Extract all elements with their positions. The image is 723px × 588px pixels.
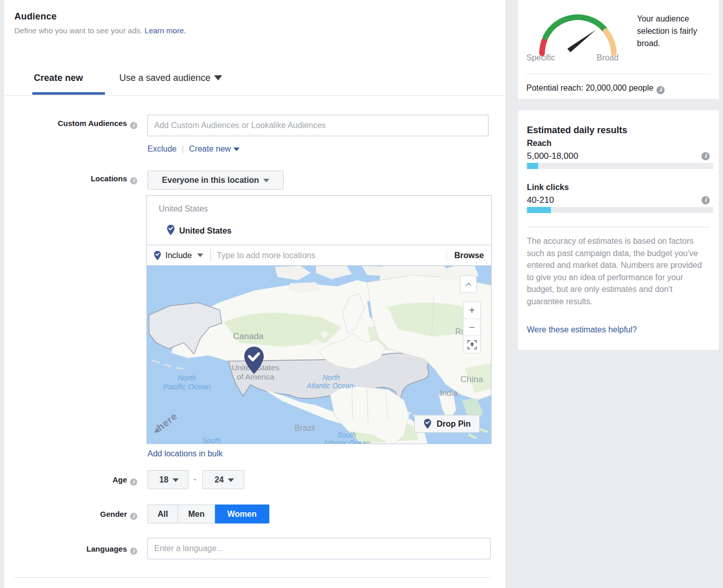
gender-segmented-control: All Men Women (147, 505, 269, 523)
chevron-down-icon (228, 478, 234, 482)
audience-meter: Specific Broad (526, 8, 619, 59)
info-icon[interactable]: i (130, 122, 137, 129)
include-dropdown[interactable]: Include (165, 251, 192, 260)
info-icon[interactable]: i (130, 513, 137, 520)
add-location-bar: Include Browse (146, 245, 492, 266)
info-icon[interactable]: i (701, 152, 710, 160)
locations-label: Locationsi (14, 174, 137, 184)
locations-widget: United States United States Include Brow… (146, 195, 492, 444)
map-zoom-controls: + − (463, 302, 481, 353)
languages-input[interactable] (147, 538, 491, 559)
page-subtitle: Define who you want to see your ads. Lea… (14, 26, 186, 35)
browse-locations-button[interactable]: Browse (447, 251, 491, 260)
section-divider (14, 577, 491, 578)
create-new-audience-link[interactable]: Create new (189, 144, 240, 153)
chevron-down-icon (214, 75, 222, 80)
estimates-helpful-link[interactable]: Were these estimates helpful? (527, 325, 637, 334)
audience-tabs: Create new Use a saved audience (4, 72, 505, 96)
potential-reach: Potential reach: 20,000,000 peoplei (526, 83, 665, 94)
info-icon[interactable]: i (130, 478, 137, 486)
age-max-dropdown[interactable]: 24 (202, 470, 244, 489)
gauge-icon (526, 8, 619, 57)
link-clicks-progress-fill (527, 207, 551, 213)
link-clicks-label: Link clicks (527, 183, 569, 192)
audience-definition-card: Specific Broad Your audience selection i… (518, 0, 719, 99)
zoom-out-button[interactable]: − (463, 319, 480, 336)
age-min-dropdown[interactable]: 18 (147, 470, 188, 489)
chevron-down-icon (173, 478, 179, 482)
chevron-down-icon (233, 148, 240, 151)
estimated-daily-results-card: Estimated daily results Reach 5,000-18,0… (518, 110, 719, 350)
page-title: Audience (14, 11, 186, 22)
chevron-down-icon (263, 179, 269, 182)
reach-label: Reach (527, 139, 551, 148)
info-icon[interactable]: i (130, 177, 137, 184)
custom-audiences-label: Custom Audiencesi (14, 119, 137, 129)
gauge-broad-label: Broad (597, 53, 619, 62)
link-clicks-progress-track (527, 207, 713, 213)
gender-label: Genderi (14, 510, 137, 520)
selected-location-item[interactable]: United States (166, 224, 231, 236)
chevron-down-icon[interactable] (197, 254, 203, 257)
languages-label: Languagesi (14, 544, 137, 555)
estimates-disclaimer: The accuracy of estimates is based on fa… (527, 235, 709, 307)
link-clicks-value: 40-210 (527, 195, 554, 205)
reach-progress-track (527, 163, 713, 169)
exclude-link[interactable]: Exclude (147, 144, 177, 153)
gauge-specific-label: Specific (526, 53, 555, 62)
audience-section-panel: Audience Define who you want to see your… (4, 0, 505, 588)
age-label: Agei (14, 475, 137, 486)
gender-option-men[interactable]: Men (178, 505, 215, 523)
info-icon[interactable]: i (130, 548, 137, 555)
location-pin-icon (166, 224, 175, 236)
location-scope-dropdown[interactable]: Everyone in this location (147, 171, 284, 190)
drop-pin-icon (423, 418, 432, 429)
map-pan-button[interactable] (460, 276, 477, 293)
gender-option-women[interactable]: Women (215, 505, 269, 523)
fit-pin-icon (467, 340, 477, 349)
info-icon[interactable]: i (656, 86, 665, 94)
map-pin-marker (243, 346, 265, 375)
reach-value: 5,000-18,000 (527, 151, 578, 161)
drop-pin-button[interactable]: Drop Pin (414, 415, 480, 433)
chevron-up-icon (465, 282, 472, 286)
tab-use-saved-audience[interactable]: Use a saved audience (119, 73, 222, 83)
world-map[interactable]: Canada United States of America North Pa… (146, 266, 492, 444)
zoom-in-button[interactable]: + (463, 302, 480, 319)
fit-bounds-button[interactable] (463, 336, 480, 353)
selected-locations-box: United States United States (146, 195, 492, 245)
gender-option-all[interactable]: All (147, 505, 178, 523)
estimates-title: Estimated daily results (527, 125, 627, 136)
add-location-input[interactable] (217, 251, 447, 260)
audience-breadth-message: Your audience selection is fairly broad. (637, 13, 715, 50)
custom-audiences-links: Exclude|Create new (147, 144, 240, 154)
location-pin-icon (154, 250, 161, 261)
learn-more-link[interactable]: Learn more. (144, 26, 186, 35)
selected-country-group: United States (159, 204, 208, 214)
tab-create-new[interactable]: Create new (34, 73, 83, 83)
add-locations-in-bulk-link[interactable]: Add locations in bulk (147, 449, 223, 458)
info-icon[interactable]: i (701, 196, 710, 204)
age-range-separator: - (194, 475, 196, 484)
reach-progress-fill (527, 163, 538, 169)
custom-audiences-input[interactable] (147, 115, 488, 136)
active-tab-underline (32, 92, 105, 95)
